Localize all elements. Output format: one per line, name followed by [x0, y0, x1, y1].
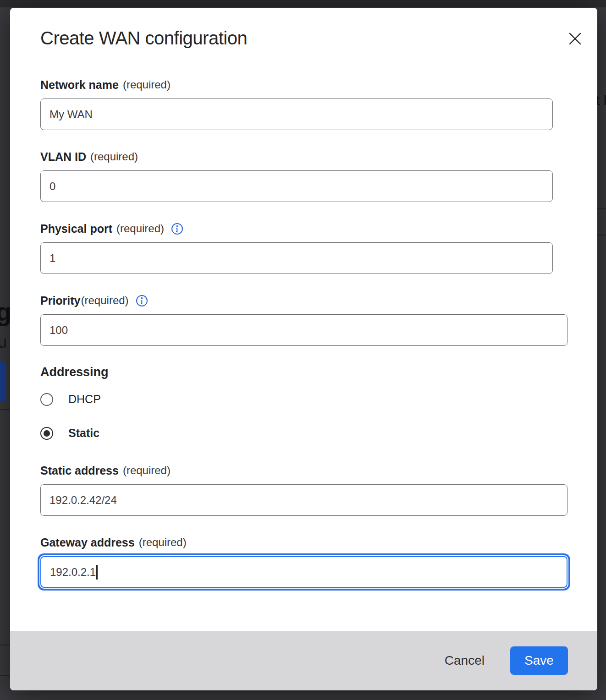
priority-label: Priority [40, 294, 81, 307]
addressing-option-dhcp[interactable]: DHCP [40, 393, 567, 406]
static-address-label: Static address [40, 464, 119, 477]
gateway-address-input[interactable]: 192.0.2.1 [40, 556, 567, 588]
info-icon [171, 223, 183, 235]
priority-field-group: Priority (required) 100 [40, 294, 567, 346]
required-hint: (required) [90, 150, 138, 164]
background-table-line [0, 645, 10, 645]
required-hint: (required) [81, 294, 129, 307]
close-button[interactable] [564, 28, 585, 49]
save-button[interactable]: Save [510, 646, 568, 675]
background-table-line [0, 409, 10, 410]
background-table-line [0, 675, 10, 676]
priority-info-button[interactable] [136, 295, 148, 307]
vlan-id-field-group: VLAN ID (required) 0 [40, 150, 567, 202]
close-icon [569, 33, 581, 45]
required-hint: (required) [123, 78, 171, 92]
background-button-fragment [0, 362, 6, 401]
radio-selected-icon [40, 427, 53, 440]
static-address-field-group: Static address (required) 192.0.2.42/24 [40, 464, 567, 516]
vlan-id-input[interactable]: 0 [40, 170, 553, 202]
dialog-footer: Cancel Save [10, 631, 597, 690]
network-name-field-group: Network name (required) My WAN [40, 78, 567, 130]
physical-port-input[interactable]: 1 [40, 242, 553, 274]
required-hint: (required) [123, 464, 171, 477]
physical-port-field-group: Physical port (required) 1 [40, 222, 567, 274]
background-text-fragment: u [0, 333, 7, 352]
required-hint: (required) [116, 222, 164, 235]
cancel-button[interactable]: Cancel [442, 649, 487, 673]
dialog-body: Create WAN configuration Network name (r… [10, 8, 597, 631]
static-address-value: 192.0.2.42/24 [50, 494, 117, 507]
network-name-label: Network name [40, 78, 119, 92]
create-wan-configuration-dialog: Create WAN configuration Network name (r… [10, 8, 597, 690]
priority-input[interactable]: 100 [40, 314, 567, 346]
static-address-input[interactable]: 192.0.2.42/24 [40, 484, 567, 516]
static-option-label: Static [68, 427, 99, 440]
priority-value: 100 [50, 324, 68, 337]
network-name-input[interactable]: My WAN [40, 98, 553, 130]
info-icon [136, 295, 148, 307]
dialog-title: Create WAN configuration [40, 27, 567, 49]
text-cursor [96, 565, 98, 580]
dhcp-option-label: DHCP [68, 393, 101, 406]
vlan-id-value: 0 [50, 180, 55, 193]
background-table-line [597, 208, 606, 209]
addressing-heading: Addressing [40, 365, 567, 379]
gateway-address-field-group: Gateway address (required) 192.0.2.1 [40, 536, 567, 588]
radio-unselected-icon [40, 393, 53, 406]
network-name-value: My WAN [50, 108, 93, 121]
addressing-option-static[interactable]: Static [40, 427, 567, 440]
background-top-band [0, 0, 606, 7]
physical-port-info-button[interactable] [171, 223, 183, 235]
vlan-id-label: VLAN ID [40, 150, 86, 164]
physical-port-label: Physical port [40, 222, 112, 235]
background-table-line [597, 235, 606, 235]
background-text-fragment: t l [596, 93, 606, 108]
physical-port-value: 1 [50, 252, 55, 265]
required-hint: (required) [139, 536, 187, 549]
gateway-address-value: 192.0.2.1 [50, 566, 96, 579]
gateway-address-label: Gateway address [40, 536, 135, 549]
